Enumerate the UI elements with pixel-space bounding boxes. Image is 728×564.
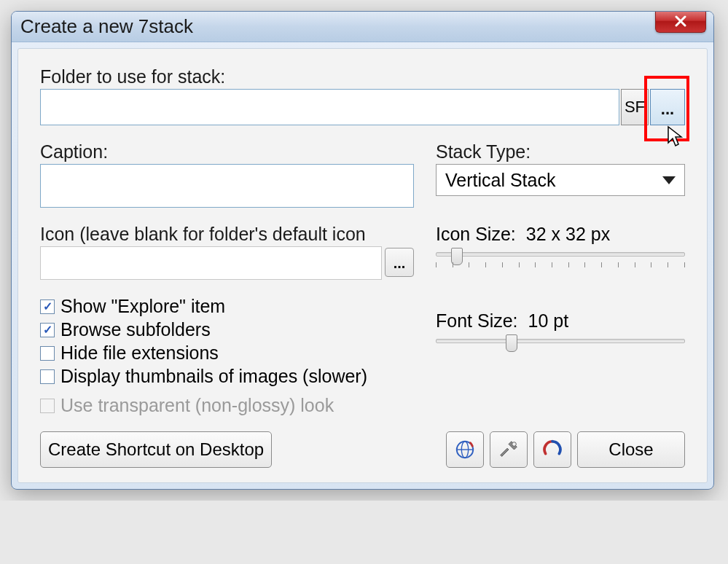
font-size-label: Font Size: [436, 310, 518, 332]
svg-point-3 [512, 442, 517, 447]
checkbox-show-explore[interactable]: Show "Explore" item [40, 296, 414, 317]
app-icon-button[interactable] [533, 431, 571, 468]
font-size-value: 10 pt [528, 310, 569, 332]
browse-icon-button[interactable]: ... [385, 248, 414, 277]
checkbox-transparent: Use transparent (non-glossy) look [40, 395, 414, 416]
close-button[interactable]: Close [577, 431, 685, 468]
font-size-slider[interactable] [436, 336, 685, 365]
titlebar: Create a new 7stack [12, 12, 713, 42]
close-window-button[interactable] [655, 11, 706, 33]
checkbox-icon [40, 399, 55, 413]
slider-ticks [436, 262, 685, 270]
bottom-button-row: Create Shortcut on Desktop [40, 431, 685, 468]
icon-label: Icon (leave blank for folder's default i… [40, 224, 414, 245]
folder-row: SF ... [40, 89, 685, 125]
checkbox-label: Use transparent (non-glossy) look [60, 395, 334, 416]
dialog-window: Create a new 7stack Folder to use for st… [11, 11, 714, 490]
checkbox-icon [40, 323, 55, 337]
icon-size-value: 32 x 32 px [526, 224, 610, 245]
checkbox-label: Browse subfolders [60, 319, 211, 340]
browse-folder-button[interactable]: ... [650, 89, 685, 125]
checkbox-label: Hide file extensions [60, 342, 219, 364]
globe-button[interactable] [446, 431, 484, 468]
icon-input[interactable] [40, 246, 382, 280]
chevron-down-icon [662, 176, 676, 184]
checkbox-label: Show "Explore" item [60, 296, 225, 317]
sf-button[interactable]: SF [621, 89, 649, 125]
close-icon [673, 15, 688, 27]
folder-label: Folder to use for stack: [40, 66, 685, 87]
checkbox-browse-subfolders[interactable]: Browse subfolders [40, 319, 414, 340]
caption-label: Caption: [40, 141, 414, 162]
checkbox-thumbnails[interactable]: Display thumbnails of images (slower) [40, 366, 414, 387]
tools-button[interactable] [490, 431, 528, 468]
folder-input[interactable] [40, 89, 619, 125]
globe-icon [454, 439, 476, 461]
caption-input[interactable] [40, 164, 414, 208]
stack-type-label: Stack Type: [436, 141, 685, 162]
window-title: Create a new 7stack [20, 15, 193, 38]
slider-thumb[interactable] [506, 334, 517, 352]
checkbox-hide-extensions[interactable]: Hide file extensions [40, 342, 414, 364]
checkbox-label: Display thumbnails of images (slower) [60, 366, 367, 387]
checkbox-icon [40, 299, 55, 314]
client-area: Folder to use for stack: SF ... Caption:… [17, 48, 708, 483]
stack-type-value: Vertical Stack [445, 170, 555, 191]
checkbox-icon [40, 346, 55, 361]
icon-size-label: Icon Size: [436, 224, 516, 245]
wrench-screwdriver-icon [498, 439, 520, 461]
icon-size-slider[interactable] [436, 249, 685, 278]
stack-type-select[interactable]: Vertical Stack [436, 164, 685, 196]
app-icon [541, 439, 563, 461]
checkbox-icon [40, 369, 55, 384]
create-shortcut-button[interactable]: Create Shortcut on Desktop [40, 431, 272, 468]
